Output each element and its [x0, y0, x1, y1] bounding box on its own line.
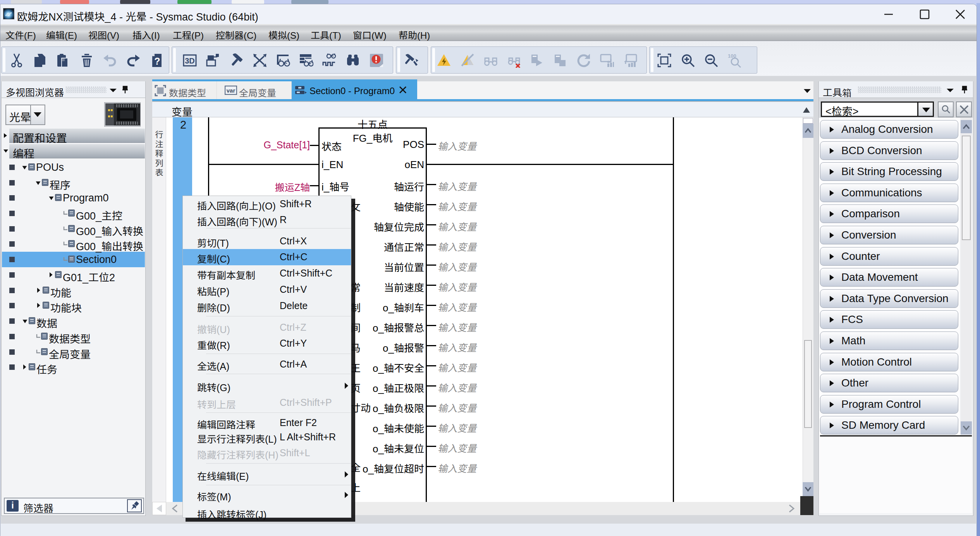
svg-text:?: ?: [154, 56, 160, 67]
svg-text:var: var: [227, 87, 236, 94]
svg-text:3D: 3D: [185, 57, 195, 65]
